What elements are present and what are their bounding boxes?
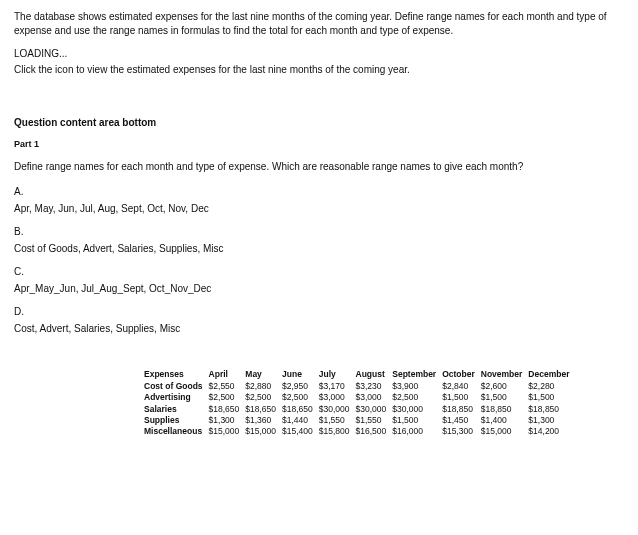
cell: $14,200 (528, 426, 575, 437)
cell: $18,650 (282, 404, 319, 415)
table-row: Advertising $2,500 $2,500 $2,500 $3,000 … (144, 392, 575, 403)
cell: $18,850 (442, 404, 481, 415)
cell: $3,900 (392, 381, 442, 392)
row-label: Advertising (144, 392, 209, 403)
cell: $15,000 (209, 426, 246, 437)
row-label: Salaries (144, 404, 209, 415)
cell: $1,400 (481, 415, 529, 426)
col-december: December (528, 369, 575, 380)
cell: $3,000 (319, 392, 356, 403)
section-title: Question content area bottom (14, 116, 624, 130)
col-november: November (481, 369, 529, 380)
cell: $2,600 (481, 381, 529, 392)
cell: $2,840 (442, 381, 481, 392)
cell: $15,800 (319, 426, 356, 437)
cell: $1,500 (392, 415, 442, 426)
option-a-text: Apr, May, Jun, Jul, Aug, Sept, Oct, Nov,… (14, 203, 209, 214)
question-prompt: Define range names for each month and ty… (14, 160, 624, 174)
col-april: April (209, 369, 246, 380)
col-september: September (392, 369, 442, 380)
cell: $1,360 (245, 415, 282, 426)
option-a-letter: A. (14, 185, 624, 199)
cell: $2,550 (209, 381, 246, 392)
option-c[interactable]: C. Apr_May_Jun, Jul_Aug_Sept, Oct_Nov_De… (14, 265, 624, 295)
table-row: Miscellaneous $15,000 $15,000 $15,400 $1… (144, 426, 575, 437)
cell: $30,000 (392, 404, 442, 415)
option-b-text: Cost of Goods, Advert, Salaries, Supplie… (14, 243, 224, 254)
option-a[interactable]: A. Apr, May, Jun, Jul, Aug, Sept, Oct, N… (14, 185, 624, 215)
option-d[interactable]: D. Cost, Advert, Salaries, Supplies, Mis… (14, 305, 624, 335)
table-body: Cost of Goods $2,550 $2,880 $2,950 $3,17… (144, 381, 575, 438)
cell: $3,170 (319, 381, 356, 392)
cell: $3,000 (356, 392, 393, 403)
option-c-letter: C. (14, 265, 624, 279)
cell: $18,650 (245, 404, 282, 415)
cell: $2,500 (282, 392, 319, 403)
cell: $16,500 (356, 426, 393, 437)
table-row: Salaries $18,650 $18,650 $18,650 $30,000… (144, 404, 575, 415)
loading-subtext: Click the icon to view the estimated exp… (14, 63, 624, 77)
table-row: Supplies $1,300 $1,360 $1,440 $1,550 $1,… (144, 415, 575, 426)
cell: $15,400 (282, 426, 319, 437)
cell: $3,230 (356, 381, 393, 392)
intro-text: The database shows estimated expenses fo… (14, 10, 624, 37)
cell: $1,500 (528, 392, 575, 403)
col-expenses: Expenses (144, 369, 209, 380)
option-b[interactable]: B. Cost of Goods, Advert, Salaries, Supp… (14, 225, 624, 255)
row-label: Cost of Goods (144, 381, 209, 392)
cell: $1,300 (528, 415, 575, 426)
cell: $1,500 (442, 392, 481, 403)
expense-table: Expenses April May June July August Sept… (144, 369, 575, 438)
cell: $2,280 (528, 381, 575, 392)
table-header-row: Expenses April May June July August Sept… (144, 369, 575, 380)
part-label: Part 1 (14, 138, 624, 150)
option-d-letter: D. (14, 305, 624, 319)
cell: $30,000 (356, 404, 393, 415)
cell: $1,550 (356, 415, 393, 426)
col-august: August (356, 369, 393, 380)
cell: $18,650 (209, 404, 246, 415)
col-october: October (442, 369, 481, 380)
cell: $1,500 (481, 392, 529, 403)
cell: $1,440 (282, 415, 319, 426)
col-may: May (245, 369, 282, 380)
cell: $15,000 (245, 426, 282, 437)
table-row: Cost of Goods $2,550 $2,880 $2,950 $3,17… (144, 381, 575, 392)
cell: $2,500 (392, 392, 442, 403)
col-june: June (282, 369, 319, 380)
option-c-text: Apr_May_Jun, Jul_Aug_Sept, Oct_Nov_Dec (14, 283, 211, 294)
cell: $15,000 (481, 426, 529, 437)
cell: $2,950 (282, 381, 319, 392)
question-page: The database shows estimated expenses fo… (0, 0, 638, 535)
row-label: Miscellaneous (144, 426, 209, 437)
cell: $2,500 (209, 392, 246, 403)
cell: $16,000 (392, 426, 442, 437)
cell: $1,300 (209, 415, 246, 426)
loading-label: LOADING... (14, 47, 624, 61)
row-label: Supplies (144, 415, 209, 426)
option-b-letter: B. (14, 225, 624, 239)
cell: $15,300 (442, 426, 481, 437)
cell: $2,500 (245, 392, 282, 403)
cell: $18,850 (481, 404, 529, 415)
cell: $30,000 (319, 404, 356, 415)
col-july: July (319, 369, 356, 380)
cell: $18,850 (528, 404, 575, 415)
cell: $1,450 (442, 415, 481, 426)
option-d-text: Cost, Advert, Salaries, Supplies, Misc (14, 323, 180, 334)
expense-table-wrap: Expenses April May June July August Sept… (144, 369, 624, 438)
cell: $1,550 (319, 415, 356, 426)
cell: $2,880 (245, 381, 282, 392)
